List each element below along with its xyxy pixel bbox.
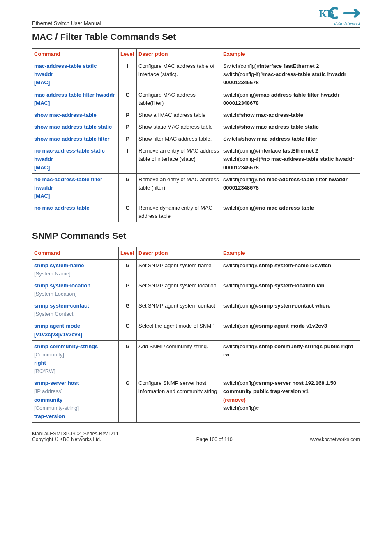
section-title-mac: MAC / Filter Table Commands Set bbox=[32, 32, 360, 42]
col-level: Level bbox=[119, 49, 137, 60]
table-row: snmp system-contact[System Contact]GSet … bbox=[32, 300, 360, 320]
cell-description: Set SNMP agent system location bbox=[137, 280, 221, 300]
col-example: Example bbox=[221, 247, 360, 259]
cell-level: I bbox=[119, 145, 137, 173]
mac-commands-table: Command Level Description Example mac-ad… bbox=[32, 48, 360, 222]
cell-description: Select the agent mode of SNMP bbox=[137, 320, 221, 340]
cell-command: snmp community-strings[Community]right[R… bbox=[32, 340, 119, 377]
cell-example: switch(config)#snmp system-name l2switch bbox=[221, 259, 360, 280]
cell-level: G bbox=[119, 173, 137, 202]
col-description: Description bbox=[137, 49, 221, 60]
logo: K B data delivered bbox=[319, 7, 360, 26]
table-row: snmp system-location[System Location]GSe… bbox=[32, 280, 360, 300]
col-command: Command bbox=[32, 247, 119, 259]
footer-copyright: Copyright © KBC Networks Ltd. bbox=[32, 437, 119, 442]
section-title-snmp: SNMP Commands Set bbox=[32, 231, 360, 241]
cell-level: G bbox=[119, 259, 137, 280]
cell-command: snmp agent-mode[v1v2c|v3|v1v2cv3] bbox=[32, 320, 119, 340]
cell-level: P bbox=[119, 121, 137, 133]
cell-level: G bbox=[119, 202, 137, 222]
svg-text:K: K bbox=[319, 8, 327, 20]
table-row: snmp agent-mode[v1v2c|v3|v1v2cv3]GSelect… bbox=[32, 320, 360, 340]
cell-example: switch(config)#snmp system-contact where bbox=[221, 300, 360, 320]
cell-description: Set SNMP agent system contact bbox=[137, 300, 221, 320]
page-header: Ethernet Switch User Manual K B data del… bbox=[32, 7, 360, 28]
col-description: Description bbox=[137, 247, 221, 259]
kbc-logo-icon: K B data delivered bbox=[319, 7, 360, 26]
cell-level: G bbox=[119, 89, 137, 109]
cell-description: Remove an entry of MAC address table (fi… bbox=[137, 173, 221, 202]
table-row: snmp-server host[IP address]community[Co… bbox=[32, 377, 360, 423]
footer-manual-id: Manual-ESML8P-PC2_Series-Rev1211 bbox=[32, 431, 119, 437]
cell-level: G bbox=[119, 280, 137, 300]
cell-level: G bbox=[119, 340, 137, 377]
cell-example: Switch#show mac-address-table filter bbox=[221, 133, 360, 145]
cell-example: switch(config)#mac-address-table filter … bbox=[221, 89, 360, 109]
cell-command: no mac-address-table bbox=[32, 202, 119, 222]
table-row: snmp community-strings[Community]right[R… bbox=[32, 340, 360, 377]
table-row: no mac-address-table filter hwaddr[MAC]G… bbox=[32, 173, 360, 202]
cell-description: Add SNMP community string. bbox=[137, 340, 221, 377]
cell-description: Show static MAC address table bbox=[137, 121, 221, 133]
cell-command: mac-address-table filter hwaddr[MAC] bbox=[32, 89, 119, 109]
table-row: show mac-address-table filterPShow filte… bbox=[32, 133, 360, 145]
cell-description: Configure SNMP server host information a… bbox=[137, 377, 221, 423]
cell-example: switch(config)#no mac-address-table filt… bbox=[221, 173, 360, 202]
cell-level: G bbox=[119, 377, 137, 423]
cell-command: snmp-server host[IP address]community[Co… bbox=[32, 377, 119, 423]
table-row: no mac-address-table static hwaddr[MAC]I… bbox=[32, 145, 360, 173]
cell-description: Remove an entry of MAC address table of … bbox=[137, 145, 221, 173]
snmp-commands-table: Command Level Description Example snmp s… bbox=[32, 247, 360, 423]
cell-description: Remove dynamic entry of MAC address tabl… bbox=[137, 202, 221, 222]
cell-example: switch(config)#no mac-address-table bbox=[221, 202, 360, 222]
cell-example: switch(config)#snmp agent-mode v1v2cv3 bbox=[221, 320, 360, 340]
cell-description: Set SNMP agent system name bbox=[137, 259, 221, 280]
page-footer: Manual-ESML8P-PC2_Series-Rev1211 Copyrig… bbox=[32, 431, 360, 442]
cell-command: snmp system-location[System Location] bbox=[32, 280, 119, 300]
table-row: mac-address-table static hwaddr[MAC]ICon… bbox=[32, 60, 360, 89]
cell-example: switch#show mac-address-table static bbox=[221, 121, 360, 133]
cell-command: mac-address-table static hwaddr[MAC] bbox=[32, 60, 119, 89]
table-row: snmp system-name[System Name]GSet SNMP a… bbox=[32, 259, 360, 280]
cell-description: Show filter MAC address table. bbox=[137, 133, 221, 145]
cell-example: switch(config)#snmp-server host 192.168.… bbox=[221, 377, 360, 423]
footer-page-number: Page 100 of 110 bbox=[196, 437, 233, 442]
table-header-row: Command Level Description Example bbox=[32, 247, 360, 259]
col-command: Command bbox=[32, 49, 119, 60]
footer-url: www.kbcnetworks.com bbox=[310, 437, 360, 442]
cell-level: G bbox=[119, 320, 137, 340]
table-row: mac-address-table filter hwaddr[MAC]GCon… bbox=[32, 89, 360, 109]
cell-example: switch#show mac-address-table bbox=[221, 109, 360, 121]
cell-level: P bbox=[119, 133, 137, 145]
cell-command: snmp system-name[System Name] bbox=[32, 259, 119, 280]
cell-level: I bbox=[119, 60, 137, 89]
header-title: Ethernet Switch User Manual bbox=[32, 20, 101, 26]
cell-description: Configure MAC address table(filter) bbox=[137, 89, 221, 109]
cell-example: switch(config)#snmp community-strings pu… bbox=[221, 340, 360, 377]
cell-level: G bbox=[119, 300, 137, 320]
cell-command: show mac-address-table static bbox=[32, 121, 119, 133]
cell-command: show mac-address-table bbox=[32, 109, 119, 121]
col-example: Example bbox=[221, 49, 360, 60]
cell-description: Configure MAC address table of interface… bbox=[137, 60, 221, 89]
table-row: show mac-address-table staticPShow stati… bbox=[32, 121, 360, 133]
cell-example: switch(config)#snmp system-location lab bbox=[221, 280, 360, 300]
cell-example: switch(config)#interface fastEthernet 2s… bbox=[221, 145, 360, 173]
cell-command: show mac-address-table filter bbox=[32, 133, 119, 145]
table-row: show mac-address-tablePShow all MAC addr… bbox=[32, 109, 360, 121]
logo-tagline: data delivered bbox=[334, 21, 360, 25]
cell-description: Show all MAC address table bbox=[137, 109, 221, 121]
table-header-row: Command Level Description Example bbox=[32, 49, 360, 60]
cell-command: no mac-address-table filter hwaddr[MAC] bbox=[32, 173, 119, 202]
cell-command: snmp system-contact[System Contact] bbox=[32, 300, 119, 320]
table-row: no mac-address-tableGRemove dynamic entr… bbox=[32, 202, 360, 222]
cell-level: P bbox=[119, 109, 137, 121]
col-level: Level bbox=[119, 247, 137, 259]
cell-command: no mac-address-table static hwaddr[MAC] bbox=[32, 145, 119, 173]
cell-example: Switch(config)#interface fastEthernet 2s… bbox=[221, 60, 360, 89]
